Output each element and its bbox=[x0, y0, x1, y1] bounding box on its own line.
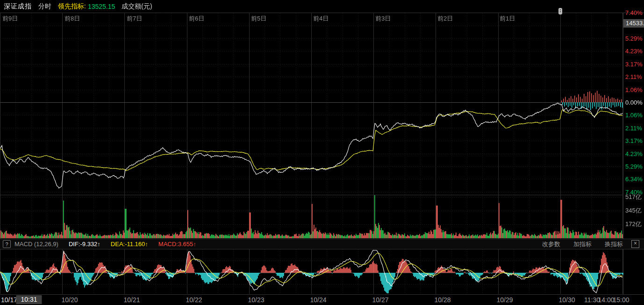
time-axis-label: 10/30 bbox=[558, 296, 575, 304]
cursor-time-badge: 10:31 bbox=[16, 295, 42, 304]
percent-axis-label: 2.11% bbox=[625, 125, 642, 132]
day-section-label: 前2日 bbox=[437, 14, 453, 23]
day-section-label: 前5日 bbox=[251, 14, 266, 23]
switch-indicator-button[interactable]: 换指标 bbox=[605, 240, 623, 248]
day-section-label: 前9日 bbox=[2, 14, 18, 23]
header: 深证成指 分时 领先指标: 13525.15 成交额(元) bbox=[0, 0, 644, 13]
percent-axis-label: 3.17% bbox=[625, 61, 643, 68]
day-section-label: 前7日 bbox=[127, 14, 142, 23]
day-section-label: 前8日 bbox=[64, 14, 80, 23]
chart-canvas[interactable] bbox=[0, 0, 644, 305]
percent-axis-label: 5.29% bbox=[625, 163, 643, 170]
stock-chart-app: 深证成指 分时 领先指标: 13525.15 成交额(元) 前9日前8日前7日前… bbox=[0, 0, 644, 305]
time-axis-label: 10/22 bbox=[186, 296, 202, 304]
time-axis-label: 10/29 bbox=[496, 296, 513, 304]
percent-axis-label: 6.34% bbox=[625, 176, 643, 183]
macd-toolbar: ? MACD (12,26,9) DIF:-9.332↑ DEA:-11.160… bbox=[0, 239, 644, 249]
volume-axis-label: 517亿 bbox=[625, 193, 642, 201]
time-axis-label: 10/24 bbox=[310, 296, 326, 304]
percent-axis-label: 7.40% bbox=[625, 9, 643, 16]
change-params-button[interactable]: 改参数 bbox=[542, 240, 560, 248]
percent-axis-label: 3.17% bbox=[625, 137, 643, 144]
volume-axis-label: 172亿 bbox=[625, 220, 642, 228]
time-axis-label: 10/21 bbox=[123, 296, 140, 304]
time-axis-label: 10/27 bbox=[372, 296, 388, 304]
time-axis-label: 10/23 bbox=[248, 296, 264, 304]
percent-axis-label: 5.29% bbox=[625, 35, 643, 42]
price-level-badge: 14533. bbox=[623, 19, 644, 28]
day-section-label: 前6日 bbox=[189, 14, 204, 23]
macd-dea-value: DEA:-11.160↑ bbox=[111, 241, 148, 248]
time-axis-label: 10/28 bbox=[434, 296, 451, 304]
percent-axis-label: 0.00% bbox=[625, 99, 643, 106]
day-section-label: 前3日 bbox=[375, 14, 391, 23]
symbol-name: 深证成指 bbox=[4, 2, 32, 11]
add-indicator-button[interactable]: 加指标 bbox=[573, 240, 592, 248]
percent-axis-label: 2.11% bbox=[625, 73, 642, 80]
time-axis-label: 15:00 bbox=[613, 296, 629, 304]
time-axis: 10/1710:3110/2010/2110/2210/2310/2410/27… bbox=[0, 294, 644, 305]
help-icon[interactable]: ? bbox=[3, 240, 11, 248]
pane-splitter-handle-icon[interactable] bbox=[558, 8, 562, 14]
percent-axis-label: 1.06% bbox=[625, 112, 643, 119]
macd-indicator-label[interactable]: MACD (12,26,9) bbox=[14, 241, 58, 248]
turnover-label: 成交额(元) bbox=[122, 2, 152, 11]
percent-axis-label: 1.06% bbox=[625, 86, 643, 93]
close-icon[interactable]: × bbox=[631, 240, 639, 248]
percent-axis-label: 4.23% bbox=[625, 150, 643, 157]
chart-type-label: 分时 bbox=[38, 2, 51, 11]
volume-axis-label: 345亿 bbox=[625, 206, 642, 215]
time-axis-label: 10/20 bbox=[61, 296, 78, 304]
day-section-label: 前4日 bbox=[313, 14, 329, 23]
day-section-label: 前1日 bbox=[500, 14, 515, 23]
macd-dif-value: DIF:-9.332↑ bbox=[69, 241, 100, 248]
leading-indicator-value: 13525.15 bbox=[88, 3, 115, 10]
percent-axis-label: 4.23% bbox=[625, 48, 643, 55]
time-axis-label: 10/17 bbox=[1, 296, 17, 304]
time-axis-label: 14:00 bbox=[598, 296, 614, 304]
macd-macd-value: MACD:3.655↑ bbox=[158, 241, 196, 248]
leading-indicator-label: 领先指标: bbox=[58, 2, 86, 11]
